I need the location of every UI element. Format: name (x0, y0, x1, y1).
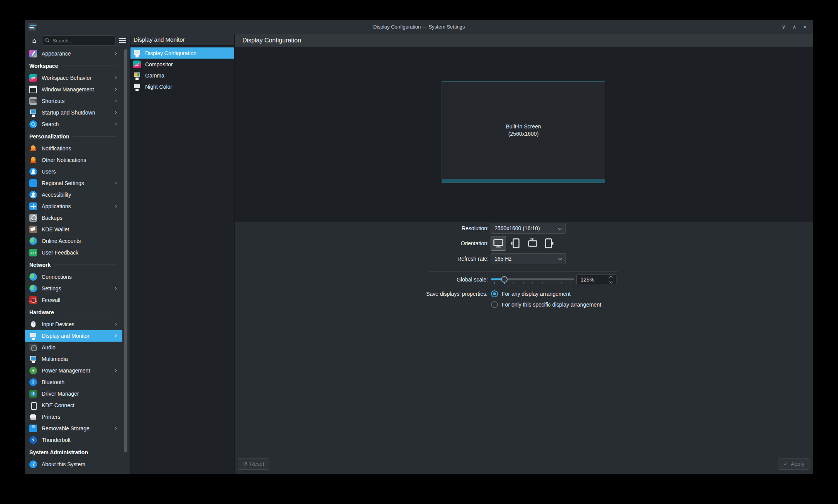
spin-up-icon[interactable] (609, 276, 613, 280)
item-label: Bluetooth (42, 379, 64, 385)
sidebar-item-display-and-monitor[interactable]: Display and Monitor› (25, 330, 122, 342)
reset-button[interactable]: ↺ Reset (238, 458, 269, 470)
item-label: KDE Connect (42, 402, 74, 408)
page-title: Display Configuration (235, 34, 813, 47)
sidebar-item-kde-connect[interactable]: KDE Connect (25, 399, 122, 411)
sidebar-item-backups[interactable]: Backups (25, 212, 122, 224)
section-divider (54, 265, 117, 265)
menu-icon[interactable] (119, 40, 126, 41)
minimize-icon[interactable]: ∨ (779, 23, 788, 31)
sidebar-item-firewall[interactable]: Firewall (25, 294, 122, 306)
sidebar-item-workspace-behavior[interactable]: Workspace Behavior› (25, 72, 122, 84)
sidebar-item-audio[interactable]: Audio (25, 342, 122, 353)
sidebar-item-accessibility[interactable]: Accessibility (25, 189, 122, 201)
radio-any-arrangement[interactable]: For any display arrangement (491, 288, 571, 299)
radio-specific-arrangement[interactable]: For only this specific display arrangeme… (491, 299, 601, 310)
radio-unselected-icon[interactable] (491, 301, 498, 308)
users-icon (29, 168, 37, 175)
chevron-right-icon: › (115, 74, 117, 81)
orientation-portrait-flipped-button[interactable] (542, 236, 557, 251)
chevron-right-icon: › (115, 120, 117, 127)
chevron-right-icon: › (115, 179, 117, 186)
sidebar-item-removable-storage[interactable]: Removable Storage› (25, 423, 122, 434)
bluetooth-icon (29, 378, 37, 386)
sidebar-item-shortcuts[interactable]: Shortcuts› (25, 95, 122, 107)
sidebar-item-online-accounts[interactable]: Online Accounts (25, 235, 122, 247)
sidebar-item-input-devices[interactable]: Input Devices› (25, 319, 122, 330)
sidebar-item-users[interactable]: Users (25, 166, 122, 177)
item-label: Power Management (42, 367, 90, 374)
maximize-icon[interactable]: ∧ (790, 23, 799, 31)
sidebar-item-bluetooth[interactable]: Bluetooth (25, 376, 122, 388)
sidebar-item-connections[interactable]: Connections (25, 271, 122, 283)
sidebar-item-thunderbolt[interactable]: Thunderbolt (25, 434, 122, 446)
sidebar-item-startup-and-shutdown[interactable]: Startup and Shutdown› (25, 107, 122, 118)
sidebar-section-hardware: Hardware (25, 306, 122, 319)
sidebar-item-other-notifications[interactable]: Other Notifications (25, 154, 122, 166)
sidebar-item-notifications[interactable]: Notifications (25, 143, 122, 154)
section-label: Workspace (29, 63, 58, 69)
radio-selected-icon[interactable] (491, 290, 498, 297)
sidebar-item-kde-wallet[interactable]: KDE Wallet (25, 224, 122, 235)
slider-tick (513, 282, 514, 284)
section-divider (73, 136, 117, 137)
apply-button[interactable]: ✓ Apply (779, 458, 809, 470)
search-input[interactable] (42, 35, 116, 46)
radio-label: For only this specific display arrangeme… (502, 302, 601, 308)
orientation-landscape-button[interactable] (491, 236, 506, 251)
orientation-portrait-button[interactable] (508, 236, 523, 251)
sidebar-toolbar: ⌂ (25, 34, 130, 47)
sidebar-item-user-feedback[interactable]: User Feedback (25, 247, 122, 258)
sidebar-section-workspace: Workspace (25, 59, 122, 72)
global-scale-slider[interactable] (491, 274, 574, 285)
sidebar-item-about-this-system[interactable]: About this System (25, 458, 122, 470)
monitor-icon (29, 332, 37, 340)
home-icon[interactable]: ⌂ (29, 35, 39, 46)
display-preview-box[interactable]: Built-in Screen (2560x1600) (442, 81, 605, 183)
item-label: Search (42, 121, 59, 127)
window-title: Display Configuration — System Settings (25, 24, 813, 30)
sidebar-item-multimedia[interactable]: Multimedia (25, 353, 122, 365)
globe-accounts-icon (29, 237, 37, 245)
item-label: Accessibility (42, 192, 71, 198)
bell-icon (29, 156, 37, 164)
subpanel-item-compositor[interactable]: Compositor (130, 59, 234, 70)
sidebar-item-window-management[interactable]: Window Management› (25, 84, 122, 95)
subpanel-item-display-configuration[interactable]: Display Configuration (130, 47, 234, 59)
close-icon[interactable]: × (801, 23, 809, 31)
sidebar-item-regional-settings[interactable]: Regional Settings› (25, 177, 122, 189)
subpanel-item-night-color[interactable]: Night Color (130, 81, 234, 92)
slider-tick (561, 282, 562, 284)
sidebar-section-system-administration: System Administration (25, 446, 122, 458)
item-label: Display Configuration (145, 50, 196, 56)
sidebar-scrollbar[interactable] (124, 49, 127, 452)
item-label: Appearance (42, 51, 71, 57)
orientation-group (491, 236, 557, 251)
titlebar[interactable]: Display Configuration — System Settings … (25, 20, 813, 34)
item-label: Audio (42, 344, 56, 351)
sidebar-item-settings[interactable]: Settings› (25, 283, 122, 294)
resolution-dropdown[interactable]: 2560x1600 (16:10) (491, 223, 566, 234)
sidebar-item-printers[interactable]: Printers (25, 411, 122, 423)
refresh-rate-label: Refresh rate: (404, 253, 489, 264)
sidebar-item-appearance[interactable]: Appearance› (25, 48, 122, 59)
compositor-icon (133, 61, 141, 68)
sidebar-item-applications[interactable]: Applications› (25, 201, 122, 212)
section-divider (92, 452, 117, 452)
sidebar-item-search[interactable]: Search› (25, 118, 122, 130)
item-label: Backups (42, 215, 63, 221)
global-scale-spinbox[interactable]: 125% (576, 274, 616, 285)
slider-handle[interactable] (501, 276, 508, 283)
spin-down-icon[interactable] (609, 280, 613, 284)
refresh-rate-dropdown[interactable]: 165 Hz (491, 253, 566, 264)
subpanel-item-gamma[interactable]: Gamma (130, 70, 234, 81)
orientation-landscape-flipped-button[interactable] (525, 236, 540, 251)
chevron-down-icon (558, 257, 562, 261)
item-label: Applications (42, 203, 71, 209)
sidebar-item-driver-manager[interactable]: Driver Manager (25, 388, 122, 399)
wallet-icon (29, 226, 37, 233)
window-management-icon (29, 86, 37, 93)
mouse-icon (29, 320, 37, 328)
item-label: Shortcuts (42, 98, 64, 104)
sidebar-item-power-management[interactable]: Power Management› (25, 365, 122, 376)
